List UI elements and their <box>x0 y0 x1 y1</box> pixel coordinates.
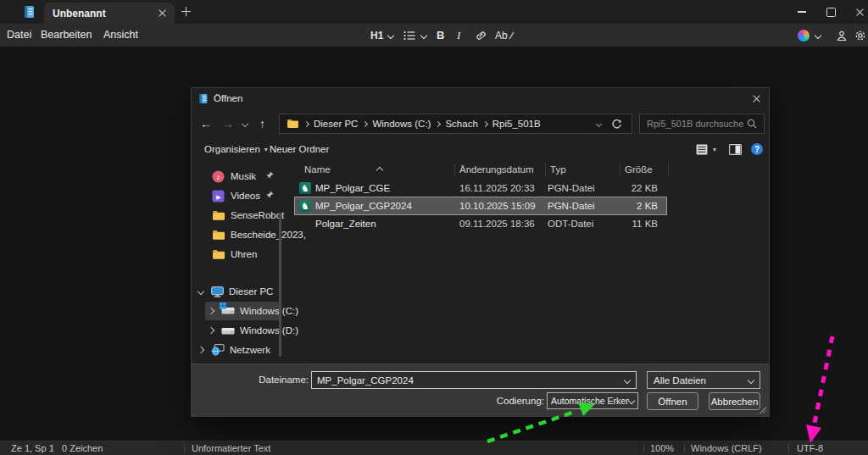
sidebar-item-videos[interactable]: ▶ Videos <box>212 186 260 205</box>
divider[interactable] <box>454 164 455 176</box>
help-icon: ? <box>751 143 763 155</box>
new-folder-button[interactable]: Neuer Ordner <box>270 136 329 162</box>
dialog-title-bar[interactable]: Öffnen <box>192 88 769 109</box>
organize-button[interactable]: Organisieren ▾ <box>204 136 268 162</box>
sidebar-item-musik[interactable]: ♪ Musik <box>212 167 256 186</box>
file-row[interactable]: Polgar_Zeiten 09.11.2025 18:36 ODT-Datei… <box>295 215 666 232</box>
breadcrumb-item[interactable]: Windows (C:) <box>372 119 431 129</box>
new-folder-label: Neuer Ordner <box>270 144 329 154</box>
open-button[interactable]: Öffnen <box>647 392 698 410</box>
column-header-date[interactable]: Änderungsdatum <box>459 162 534 177</box>
insert-link-button[interactable] <box>475 24 487 47</box>
sidebar-item-dieser-pc[interactable]: Dieser PC <box>198 282 273 301</box>
divider <box>184 444 185 452</box>
gear-icon <box>854 30 866 42</box>
encoding-combobox[interactable]: Automatische Erkennun <box>547 392 638 409</box>
sidebar-scrollbar[interactable] <box>279 213 281 357</box>
italic-button[interactable]: I <box>457 24 460 47</box>
statusbar-line-ending[interactable]: Windows (CRLF) <box>691 441 762 455</box>
person-icon <box>836 30 848 42</box>
up-button[interactable]: ↑ <box>259 111 265 136</box>
file-list: Name Änderungsdatum Typ Größe ♞ MP_Polga… <box>282 162 769 365</box>
chevron-right-icon[interactable] <box>208 327 214 334</box>
clear-formatting-label: Ab <box>495 30 508 42</box>
sidebar-item-label: Uhren <box>231 249 257 259</box>
back-button[interactable]: ← <box>200 111 212 136</box>
close-button[interactable] <box>847 0 868 24</box>
breadcrumb-separator-icon[interactable] <box>482 120 488 126</box>
folder-icon <box>287 119 299 129</box>
divider[interactable] <box>620 164 620 176</box>
chevron-right-icon[interactable] <box>198 347 204 353</box>
column-header-type[interactable]: Typ <box>550 162 566 177</box>
statusbar-encoding[interactable]: UTF-8 <box>797 441 823 455</box>
encoding-label: Codierung: <box>490 396 544 406</box>
file-row-selected[interactable]: ♞ MP_Polgar_CGP2024 10.10.2025 15:09 PGN… <box>295 197 666 214</box>
sidebar-item-label: Musik <box>231 171 256 181</box>
pin-icon[interactable] <box>265 191 274 199</box>
filename-input[interactable] <box>312 375 625 386</box>
dialog-close-icon[interactable] <box>753 95 760 103</box>
maximize-button[interactable] <box>818 0 843 24</box>
forward-button[interactable]: → <box>222 111 234 136</box>
search-input[interactable] <box>640 119 747 129</box>
file-name: Polgar_Zeiten <box>315 215 376 232</box>
recent-locations-button[interactable] <box>242 111 248 136</box>
svg-text:♪: ♪ <box>216 172 220 180</box>
computer-icon <box>211 286 224 297</box>
address-dropdown-icon[interactable] <box>597 122 601 126</box>
help-button[interactable]: ? <box>751 136 763 162</box>
breadcrumb-separator-icon[interactable] <box>362 120 368 126</box>
pin-icon[interactable] <box>265 171 274 180</box>
dropdown-triangle-icon: ▾ <box>713 146 716 153</box>
cancel-button[interactable]: Abbrechen <box>709 392 760 410</box>
menu-ansicht[interactable]: Ansicht <box>103 24 138 47</box>
sidebar-item-label: Netzwerk <box>230 345 270 355</box>
menu-datei[interactable]: Datei <box>7 24 31 47</box>
refresh-icon[interactable] <box>611 119 622 130</box>
filename-combobox[interactable] <box>311 371 637 389</box>
new-tab-button[interactable] <box>181 7 191 16</box>
tab-close-icon[interactable] <box>159 9 166 17</box>
view-mode-button[interactable]: ▾ <box>696 136 716 162</box>
folder-icon <box>212 230 225 241</box>
column-header-size[interactable]: Größe <box>625 162 653 177</box>
breadcrumb-item[interactable]: Rpi5_501B <box>492 119 541 129</box>
sidebar-item-label: Videos <box>231 191 260 201</box>
breadcrumb-separator-icon[interactable] <box>435 120 441 126</box>
statusbar-zoom[interactable]: 100% <box>650 441 674 455</box>
column-header-name[interactable]: Name <box>304 162 331 177</box>
resize-grip[interactable] <box>760 407 766 413</box>
file-type: PGN-Datei <box>548 180 595 197</box>
copilot-button[interactable] <box>798 24 821 47</box>
file-size: 11 KB <box>592 215 658 232</box>
preview-pane-button[interactable] <box>729 136 742 162</box>
settings-button[interactable] <box>854 24 866 47</box>
statusbar-doc-type: Unformatierter Text <box>192 441 270 455</box>
file-name: MP_Polgar_CGP2024 <box>315 197 412 214</box>
breadcrumb-item[interactable]: Dieser PC <box>314 119 358 129</box>
minimize-button[interactable] <box>789 0 815 24</box>
filetype-combobox[interactable]: Alle Dateien <box>647 371 760 389</box>
file-row[interactable]: ♞ MP_Polgar_CGE 16.11.2025 20:33 PGN-Dat… <box>295 180 666 197</box>
chevron-down-icon[interactable] <box>198 288 204 295</box>
sidebar-item-senserobot[interactable]: SenseRobot <box>212 206 284 225</box>
account-button[interactable] <box>836 24 848 47</box>
breadcrumb-item[interactable]: Schach <box>445 119 477 129</box>
divider[interactable] <box>668 164 669 176</box>
clear-formatting-button[interactable]: Ab <box>495 24 515 47</box>
chevron-right-icon[interactable] <box>208 308 214 314</box>
bold-button[interactable]: B <box>437 24 444 47</box>
sidebar-item-uhren[interactable]: Uhren <box>212 245 257 264</box>
divider[interactable] <box>545 164 546 176</box>
sidebar-item-label: Dieser PC <box>229 286 273 297</box>
menu-bearbeiten[interactable]: Bearbeiten <box>41 24 92 47</box>
chevron-down-icon <box>748 376 754 383</box>
tab-unbenannt[interactable]: Unbenannt <box>44 3 175 24</box>
list-format-button[interactable] <box>403 24 426 47</box>
heading-style-button[interactable]: H1 <box>370 24 393 47</box>
sidebar-item-label: SenseRobot <box>231 210 284 220</box>
sidebar-item-netzwerk[interactable]: Netzwerk <box>198 341 270 359</box>
divider <box>788 444 789 452</box>
breadcrumb-separator-icon[interactable] <box>303 120 309 126</box>
